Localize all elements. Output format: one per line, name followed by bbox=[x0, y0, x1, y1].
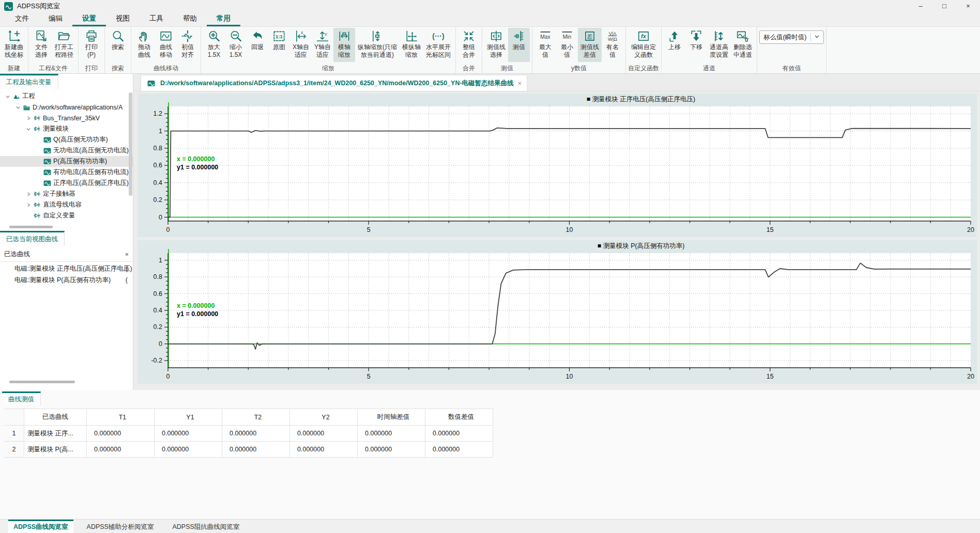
viewer-tab-ADPSS阻抗曲线阅览室[interactable]: ADPSS阻抗曲线阅览室 bbox=[167, 520, 244, 533]
selected-curve-item[interactable]: 电磁:测量模块 正序电压(高压侧正序电压)( bbox=[0, 263, 133, 274]
maximize-button[interactable]: □ bbox=[932, 0, 956, 12]
打开工程路径-button[interactable]: 打开工程路径 bbox=[52, 28, 76, 62]
svg-text:0.4: 0.4 bbox=[154, 307, 162, 314]
tree-item-P(高压侧有功功率)[interactable]: P(高压侧有功功率) bbox=[0, 156, 133, 167]
X轴自适应-button[interactable]: xX轴自适应 bbox=[290, 28, 312, 62]
expander-right-icon[interactable] bbox=[25, 202, 32, 208]
expander-down-icon[interactable] bbox=[25, 127, 32, 132]
上移-button[interactable]: 上移 bbox=[664, 28, 685, 62]
tree-vertical-scrollbar[interactable] bbox=[129, 92, 132, 196]
expander-down-icon[interactable] bbox=[4, 94, 11, 99]
selected-horizontal-scrollbar[interactable] bbox=[9, 381, 75, 383]
menu-item-常用[interactable]: 常用 bbox=[207, 12, 240, 26]
tab-selected-view-curves[interactable]: 已选当前视图曲线 bbox=[0, 231, 65, 246]
横纵轴缩放-button[interactable]: 横纵轴缩放 bbox=[400, 28, 423, 62]
tree-horizontal-scrollbar[interactable] bbox=[9, 226, 53, 228]
toolbar-button-label: 上移 bbox=[668, 43, 681, 51]
expander-down-icon[interactable] bbox=[14, 105, 22, 110]
回退-button[interactable]: 回退 bbox=[247, 28, 268, 62]
svg-text:5: 5 bbox=[367, 373, 371, 380]
tree-item-D:/work/software/applications/A[interactable]: D:/work/software/applications/A bbox=[0, 102, 133, 113]
toolbar-button-label: 横纵轴 bbox=[402, 43, 421, 51]
tree-item-Bus_Transfer_35kV[interactable]: Bus_Transfer_35kV bbox=[0, 113, 133, 123]
x-fit-icon: x bbox=[294, 29, 308, 43]
curve-icon bbox=[42, 169, 52, 176]
menu-item-设置[interactable]: 设置 bbox=[72, 12, 106, 26]
初值对齐-button[interactable]: 初值对齐 bbox=[177, 28, 198, 62]
menu-item-编辑[interactable]: 编辑 bbox=[39, 12, 72, 26]
最小值-button[interactable]: Min最小值 bbox=[556, 28, 578, 62]
toolbar-button-label: 缩小 bbox=[229, 43, 242, 51]
原图-button[interactable]: 1:1原图 bbox=[268, 28, 290, 62]
close-button[interactable]: × bbox=[956, 0, 980, 12]
toolbar-button-label: 合并 bbox=[463, 51, 475, 59]
tab-project-variables[interactable]: 工程及输出变量 bbox=[0, 74, 58, 89]
expander-right-icon[interactable] bbox=[25, 116, 32, 121]
result-curve-tab[interactable]: D:/work/software/applications/ADPSS/adps… bbox=[141, 75, 527, 91]
Y轴自适应-button[interactable]: YY轴自适应 bbox=[312, 28, 333, 62]
通道高度设置-button[interactable]: 通道高度设置 bbox=[707, 28, 731, 62]
测值-button[interactable]: 测值 bbox=[508, 28, 530, 62]
selected-curve-item[interactable]: 电磁:测量模块 P(高压侧有功功率)( bbox=[0, 274, 133, 286]
menu-item-工具[interactable]: 工具 bbox=[140, 12, 173, 26]
table-row[interactable]: 2测量模块 P(高...0.0000000.0000000.0000000.00… bbox=[4, 442, 493, 458]
chart-positive-sequence-voltage[interactable]: 0510152000.20.40.60.811.2■ 测量模块 正序电压(高压侧… bbox=[137, 93, 977, 237]
toolbar-button-label: (P) bbox=[87, 51, 96, 59]
编辑自定义函数-button[interactable]: fx编辑自定义函数 bbox=[629, 28, 659, 62]
svg-text:Min: Min bbox=[563, 34, 572, 40]
纵轴缩放(只缩放当前通道)-button[interactable]: 纵轴缩放(只缩放当前通道) bbox=[355, 28, 400, 62]
打印(P)-button[interactable]: 打印(P) bbox=[81, 28, 102, 62]
table-row[interactable]: 1测量模块 正序...0.0000000.0000000.0000000.000… bbox=[4, 426, 493, 442]
横轴缩放-button[interactable]: 横轴缩放 bbox=[333, 28, 355, 62]
放大1.5X-button[interactable]: 放大1.5X bbox=[203, 28, 225, 62]
tree-item-自定义变量[interactable]: 自定义变量 bbox=[0, 210, 133, 221]
svg-text:1: 1 bbox=[159, 128, 162, 135]
curve-icon bbox=[42, 136, 52, 143]
toolbar-group: 打印(P)打印 bbox=[79, 27, 105, 73]
viewer-tab-ADPSS辅助分析阅览室[interactable]: ADPSS辅助分析阅览室 bbox=[82, 520, 159, 533]
toolbar-button-label: 光标区间 bbox=[426, 51, 451, 59]
曲线移动-button[interactable]: 曲线移动 bbox=[155, 28, 177, 62]
minimize-button[interactable]: – bbox=[909, 0, 932, 12]
tree-item-直流母线电容[interactable]: 直流母线电容 bbox=[0, 199, 133, 210]
有名值-button[interactable]: V|AW|Ω有名值 bbox=[602, 28, 623, 62]
tree-item-定子接触器[interactable]: 定子接触器 bbox=[0, 189, 133, 199]
测值线差值-button[interactable]: 差测值线差值 bbox=[578, 28, 602, 62]
menu-item-视图[interactable]: 视图 bbox=[106, 12, 140, 26]
tab-curve-measure-values[interactable]: 曲线测值 bbox=[2, 391, 41, 405]
chart-active-power[interactable]: 05101520-0.200.20.40.60.81■ 测量模块 P(高压侧有功… bbox=[137, 240, 977, 384]
搜索-button[interactable]: 搜索 bbox=[107, 28, 129, 62]
下移-button[interactable]: 下移 bbox=[685, 28, 707, 62]
测值线选择-button[interactable]: 测值线选择 bbox=[484, 28, 508, 62]
value-cell: 0.000000 bbox=[155, 442, 222, 458]
最大值-button[interactable]: Max最大值 bbox=[534, 28, 556, 62]
tree-item-无功电流(高压侧无功电流)[interactable]: 无功电流(高压侧无功电流) bbox=[0, 145, 133, 156]
tree-item-工程[interactable]: 工程 bbox=[0, 91, 133, 102]
svg-text:1: 1 bbox=[159, 257, 162, 264]
tree-item-有功电流(高压侧有功电流)[interactable]: 有功电流(高压侧有功电流) bbox=[0, 167, 133, 178]
module-icon bbox=[32, 115, 41, 121]
删除选中通道-button[interactable]: 删除选中通道 bbox=[731, 28, 755, 62]
column-header-T2: T2 bbox=[222, 409, 290, 426]
selected-curves-header: 已选曲线 × bbox=[0, 247, 133, 262]
menu-item-帮助[interactable]: 帮助 bbox=[173, 12, 207, 26]
close-icon[interactable]: × bbox=[125, 250, 129, 258]
close-icon[interactable]: × bbox=[517, 80, 522, 87]
tree-item-Q(高压侧无功功率)[interactable]: Q(高压侧无功功率) bbox=[0, 134, 133, 145]
新建曲线坐标-button[interactable]: 新建曲线坐标 bbox=[2, 28, 26, 62]
水平展开光标区间-button[interactable]: (···)水平展开光标区间 bbox=[423, 28, 453, 62]
effective-value-select[interactable]: 标么值(瞬时值) bbox=[759, 30, 824, 44]
toolbar-button-label: 差值 bbox=[584, 51, 596, 59]
整组合并-button[interactable]: 整组合并 bbox=[458, 28, 480, 62]
缩小1.5X-button[interactable]: 缩小1.5X bbox=[225, 28, 247, 62]
拖动曲线-button[interactable]: 拖动曲线 bbox=[133, 28, 155, 62]
menu-item-文件[interactable]: 文件 bbox=[5, 12, 39, 26]
viewer-tab-ADPSS曲线阅览室[interactable]: ADPSS曲线阅览室 bbox=[8, 520, 73, 533]
svg-text:1:1: 1:1 bbox=[275, 34, 283, 39]
tree-item-正序电压(高压侧正序电压)[interactable]: 正序电压(高压侧正序电压) bbox=[0, 178, 133, 189]
expander-right-icon[interactable] bbox=[25, 192, 32, 197]
tree-item-测量模块[interactable]: 测量模块 bbox=[0, 123, 133, 134]
toolbar-button-label: 打印 bbox=[85, 43, 98, 51]
svg-text:0.2: 0.2 bbox=[154, 196, 162, 203]
文件选择-button[interactable]: 文件选择 bbox=[30, 28, 52, 62]
